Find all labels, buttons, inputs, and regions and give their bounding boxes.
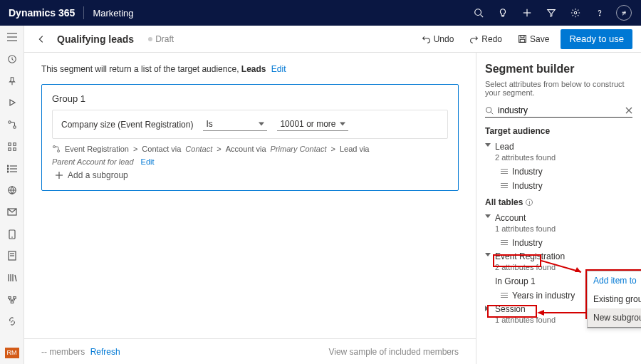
flyout-existing-group[interactable]: Existing group xyxy=(588,290,641,308)
lead-attr-industry-2[interactable]: Industry xyxy=(485,179,632,193)
branch-icon[interactable] xyxy=(4,293,20,306)
panel-title: Segment builder xyxy=(485,63,632,76)
svg-point-5 xyxy=(574,11,577,14)
library-icon[interactable] xyxy=(4,272,20,284)
intro-edit-link[interactable]: Edit xyxy=(271,64,286,74)
filter-icon[interactable] xyxy=(541,3,561,23)
chevron-down-icon xyxy=(485,143,492,150)
help-icon[interactable] xyxy=(590,3,610,23)
left-nav-rail: RM xyxy=(0,26,24,364)
mail-icon[interactable] xyxy=(4,207,20,219)
journey-icon[interactable] xyxy=(4,119,20,131)
brand-label: Dynamics 365 xyxy=(9,7,75,19)
svg-point-21 xyxy=(7,168,9,170)
path-icon xyxy=(52,145,61,153)
page-title: Qualifying leads xyxy=(57,33,134,45)
svg-rect-34 xyxy=(8,296,11,298)
play-icon[interactable] xyxy=(4,97,20,109)
list-icon[interactable] xyxy=(4,162,20,175)
save-button[interactable]: Save xyxy=(514,31,553,47)
form-icon[interactable] xyxy=(4,250,20,262)
info-icon[interactable]: i xyxy=(526,199,533,206)
redo-button[interactable]: Redo xyxy=(465,31,506,47)
chevron-down-icon xyxy=(485,253,492,260)
grid-icon[interactable] xyxy=(4,141,20,153)
attribute-icon xyxy=(501,183,508,189)
globe-icon[interactable] xyxy=(4,184,20,197)
intro-text: This segment will return a list of the t… xyxy=(41,64,459,74)
search-icon xyxy=(485,106,494,115)
attribute-icon xyxy=(501,169,508,175)
tree-event-registration[interactable]: Event Registration xyxy=(485,250,632,263)
clock-icon[interactable] xyxy=(4,53,20,66)
add-item-flyout: Add item to Existing group New subgroup xyxy=(587,271,641,328)
flyout-new-subgroup[interactable]: New subgroup xyxy=(588,308,641,328)
top-navbar: Dynamics 365 Marketing ≠ xyxy=(0,0,641,26)
add-subgroup-label: Add a subgroup xyxy=(68,170,128,180)
lead-attr-industry-1[interactable]: Industry xyxy=(485,165,632,179)
redo-label: Redo xyxy=(481,34,502,44)
svg-rect-15 xyxy=(8,148,11,151)
svg-point-20 xyxy=(7,165,9,167)
link-icon[interactable] xyxy=(4,316,20,328)
refresh-link[interactable]: Refresh xyxy=(90,347,120,357)
gear-icon[interactable] xyxy=(566,3,585,23)
ready-to-use-button[interactable]: Ready to use xyxy=(561,29,632,49)
svg-point-44 xyxy=(486,108,492,113)
clear-search-icon[interactable] xyxy=(625,107,632,114)
svg-rect-14 xyxy=(13,143,16,146)
attribute-icon xyxy=(501,240,508,246)
add-icon[interactable] xyxy=(517,3,537,23)
lightbulb-icon[interactable] xyxy=(493,3,513,23)
svg-rect-16 xyxy=(13,148,16,151)
svg-point-0 xyxy=(475,9,481,16)
tree-account[interactable]: Account xyxy=(485,212,632,224)
flyout-header: Add item to xyxy=(588,271,641,290)
undo-label: Undo xyxy=(434,34,454,44)
account-count: 1 attributes found xyxy=(485,224,632,233)
back-icon[interactable] xyxy=(33,31,50,48)
target-audience-label: Target audience xyxy=(485,126,632,136)
chevron-right-icon xyxy=(485,306,492,313)
group-1-box: Group 1 Company size (Event Registration… xyxy=(41,84,459,191)
svg-point-22 xyxy=(7,171,9,172)
status-label: Draft xyxy=(155,34,174,44)
view-sample-link[interactable]: View sample of included members xyxy=(328,347,459,357)
account-attr-industry[interactable]: Industry xyxy=(485,236,632,250)
svg-point-6 xyxy=(599,15,600,16)
all-tables-label: All tablesi xyxy=(485,197,632,207)
svg-line-1 xyxy=(481,15,484,18)
nav-separator xyxy=(83,6,84,19)
pin-icon[interactable] xyxy=(4,75,20,87)
operator-select[interactable]: Is xyxy=(203,118,267,131)
rule-field: Company size (Event Registration) xyxy=(61,120,193,130)
page-toolbar: Qualifying leads Draft Undo Redo Save Re… xyxy=(24,26,641,53)
panel-desc: Select attributes from below to construc… xyxy=(485,80,632,97)
search-icon[interactable] xyxy=(469,3,489,23)
path-edit-link[interactable]: Edit xyxy=(141,157,155,166)
user-badge[interactable]: RM xyxy=(5,348,19,358)
chevron-down-icon xyxy=(485,214,492,222)
account-icon[interactable]: ≠ xyxy=(614,3,634,23)
svg-rect-39 xyxy=(520,39,525,42)
svg-point-12 xyxy=(13,126,16,129)
svg-point-11 xyxy=(8,121,11,124)
phone-icon[interactable] xyxy=(4,228,20,240)
svg-rect-13 xyxy=(8,143,11,146)
attribute-icon xyxy=(501,293,508,298)
svg-line-45 xyxy=(491,112,493,114)
status-dot-icon xyxy=(148,37,152,41)
svg-rect-36 xyxy=(11,301,14,303)
group-title: Group 1 xyxy=(52,93,448,104)
attribute-search[interactable] xyxy=(485,104,632,118)
intro-bold: Leads xyxy=(241,64,266,74)
value-select[interactable]: 10001 or more xyxy=(277,118,348,131)
path-row: Event Registration > Contact via Contact… xyxy=(52,145,448,166)
search-input[interactable] xyxy=(498,105,621,115)
menu-icon[interactable] xyxy=(4,31,20,43)
svg-point-41 xyxy=(58,150,60,152)
segment-canvas: This segment will return a list of the t… xyxy=(24,53,476,364)
tree-lead[interactable]: Lead xyxy=(485,140,632,153)
add-subgroup-button[interactable]: Add a subgroup xyxy=(52,170,448,180)
undo-button[interactable]: Undo xyxy=(417,31,459,47)
